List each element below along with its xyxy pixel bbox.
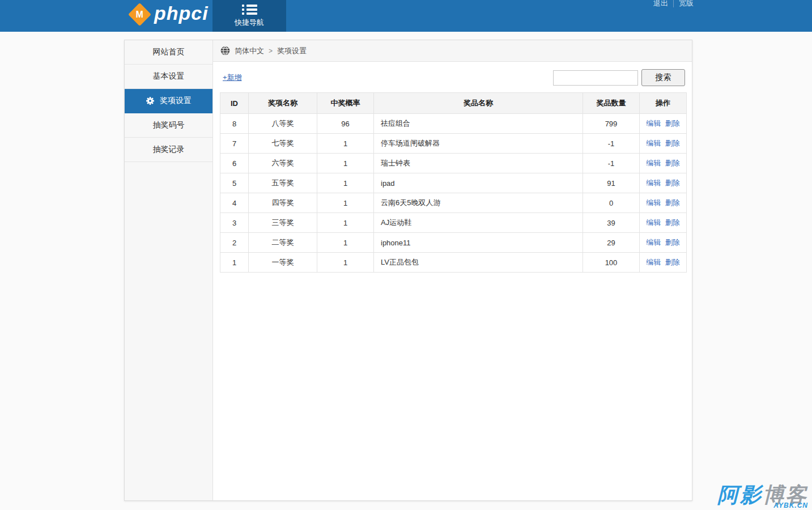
cell-prize-name: 瑞士钟表 — [374, 154, 583, 173]
delete-link[interactable]: 删除 — [665, 258, 680, 266]
edit-link[interactable]: 编辑 — [646, 238, 661, 246]
table-row: 8 八等奖 96 祛痘组合 799 编辑 删除 — [220, 114, 687, 134]
cell-actions: 编辑 删除 — [640, 134, 687, 154]
cell-quantity: -1 — [583, 154, 640, 173]
table-row: 6 六等奖 1 瑞士钟表 -1 编辑 删除 — [220, 154, 687, 173]
delete-link[interactable]: 删除 — [665, 139, 680, 147]
cell-id: 2 — [220, 233, 249, 253]
table-body: 8 八等奖 96 祛痘组合 799 编辑 删除 7 七等奖 1 停车场道闸破解器… — [220, 114, 687, 273]
cell-prize-level: 八等奖 — [249, 114, 317, 134]
main-panel: 简体中文 > 奖项设置 +新增 搜索 ID 奖项名称 中奖概率 奖品名称 — [213, 40, 692, 500]
breadcrumb: 简体中文 > 奖项设置 — [213, 40, 692, 62]
globe-icon — [220, 46, 230, 56]
cell-probability: 96 — [317, 114, 374, 134]
cell-probability: 1 — [317, 173, 374, 193]
cell-prize-name: 停车场道闸破解器 — [374, 134, 583, 154]
header-quantity: 奖品数量 — [583, 93, 640, 114]
table-row: 1 一等奖 1 LV正品包包 100 编辑 删除 — [220, 253, 687, 273]
quick-nav-tab[interactable]: 快捷导航 — [212, 0, 286, 32]
watermark-part2: 博客 — [763, 483, 808, 507]
table-row: 3 三等奖 1 AJ运动鞋 39 编辑 删除 — [220, 213, 687, 233]
sidebar-item-label: 基本设置 — [153, 71, 185, 82]
cell-id: 5 — [220, 173, 249, 193]
sidebar-item-label: 抽奖码号 — [153, 120, 185, 130]
cell-prize-level: 六等奖 — [249, 154, 317, 173]
cell-prize-level: 四等奖 — [249, 193, 317, 213]
cell-prize-level: 五等奖 — [249, 173, 317, 193]
gear-icon — [146, 96, 155, 105]
sidebar-item-prize-settings[interactable]: 奖项设置 — [125, 89, 212, 113]
breadcrumb-language[interactable]: 简体中文 — [235, 46, 264, 56]
breadcrumb-current: 奖项设置 — [277, 46, 307, 56]
edit-link[interactable]: 编辑 — [646, 198, 661, 207]
cell-prize-name: LV正品包包 — [374, 253, 583, 273]
delete-link[interactable]: 删除 — [665, 218, 680, 227]
edit-link[interactable]: 编辑 — [646, 258, 661, 266]
header-operations: 操作 — [640, 93, 687, 114]
cell-actions: 编辑 删除 — [640, 233, 687, 253]
cell-quantity: 0 — [583, 193, 640, 213]
cell-actions: 编辑 删除 — [640, 213, 687, 233]
logo-diamond-icon: M — [128, 2, 151, 26]
sidebar-item-lottery-codes[interactable]: 抽奖码号 — [125, 113, 212, 138]
cell-id: 3 — [220, 213, 249, 233]
cell-probability: 1 — [317, 193, 374, 213]
edit-link[interactable]: 编辑 — [646, 178, 661, 187]
cell-actions: 编辑 删除 — [640, 173, 687, 193]
cell-actions: 编辑 删除 — [640, 193, 687, 213]
cell-probability: 1 — [317, 213, 374, 233]
cell-quantity: -1 — [583, 134, 640, 154]
edit-link[interactable]: 编辑 — [646, 139, 661, 147]
delete-link[interactable]: 删除 — [665, 238, 680, 246]
cell-prize-name: AJ运动鞋 — [374, 213, 583, 233]
cell-probability: 1 — [317, 134, 374, 154]
watermark-part1: 阿影 — [717, 483, 763, 507]
cell-id: 1 — [220, 253, 249, 273]
table-header-row: ID 奖项名称 中奖概率 奖品名称 奖品数量 操作 — [220, 93, 687, 114]
edit-link[interactable]: 编辑 — [646, 159, 661, 167]
edit-link[interactable]: 编辑 — [646, 119, 661, 128]
cell-prize-level: 一等奖 — [249, 253, 317, 273]
cell-quantity: 39 — [583, 213, 640, 233]
cell-prize-name: 祛痘组合 — [374, 114, 583, 134]
search-button[interactable]: 搜索 — [641, 69, 685, 86]
prizes-table: ID 奖项名称 中奖概率 奖品名称 奖品数量 操作 8 八等奖 96 祛痘组合 … — [220, 92, 687, 273]
edit-link[interactable]: 编辑 — [646, 218, 661, 227]
table-row: 4 四等奖 1 云南6天5晚双人游 0 编辑 删除 — [220, 193, 687, 213]
logo-text: phpci — [154, 3, 209, 25]
cell-quantity: 100 — [583, 253, 640, 273]
delete-link[interactable]: 删除 — [665, 178, 680, 187]
top-navbar: M phpci 快捷导航 退出 宽版 — [0, 0, 812, 32]
app-logo[interactable]: M phpci — [129, 3, 209, 25]
sidebar-item-label: 抽奖记录 — [153, 144, 185, 155]
cell-probability: 1 — [317, 233, 374, 253]
cell-probability: 1 — [317, 253, 374, 273]
header-prize-name: 奖品名称 — [374, 93, 583, 114]
sidebar-item-basic-settings[interactable]: 基本设置 — [125, 65, 212, 89]
watermark-logo: 阿影博客 AYBK.CN — [717, 484, 808, 509]
delete-link[interactable]: 删除 — [665, 159, 680, 167]
breadcrumb-separator: > — [269, 47, 273, 55]
header-prize-level: 奖项名称 — [249, 93, 317, 114]
toolbar: +新增 搜索 — [213, 62, 692, 90]
list-icon — [242, 5, 257, 15]
watermark-domain: AYBK.CN — [717, 502, 808, 509]
cell-prize-name: 云南6天5晚双人游 — [374, 193, 583, 213]
logout-link[interactable]: 退出 — [653, 0, 668, 8]
cell-prize-level: 三等奖 — [249, 213, 317, 233]
delete-link[interactable]: 删除 — [665, 119, 680, 128]
header-probability: 中奖概率 — [317, 93, 374, 114]
search-input[interactable] — [553, 70, 638, 86]
cell-prize-level: 二等奖 — [249, 233, 317, 253]
cell-prize-name: iphone11 — [374, 233, 583, 253]
sidebar-item-lottery-records[interactable]: 抽奖记录 — [125, 138, 212, 162]
wide-version-link[interactable]: 宽版 — [679, 0, 694, 8]
cell-actions: 编辑 删除 — [640, 253, 687, 273]
delete-link[interactable]: 删除 — [665, 198, 680, 207]
add-new-link[interactable]: +新增 — [223, 73, 242, 83]
cell-quantity: 29 — [583, 233, 640, 253]
search-area: 搜索 — [553, 69, 685, 86]
cell-id: 7 — [220, 134, 249, 154]
sidebar-item-home[interactable]: 网站首页 — [125, 40, 212, 65]
cell-prize-name: ipad — [374, 173, 583, 193]
